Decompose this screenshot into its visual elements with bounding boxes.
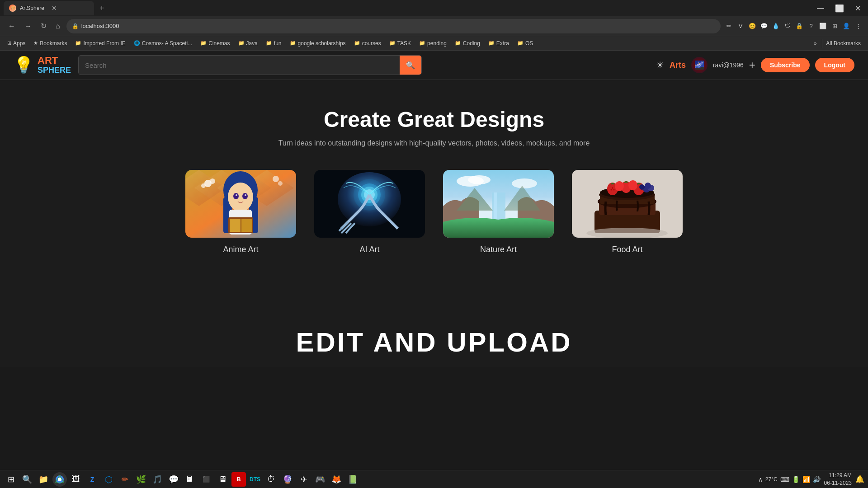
food-art-label: Food Art (612, 245, 642, 254)
svg-point-57 (58, 478, 61, 481)
profile-icon[interactable]: 👤 (842, 22, 851, 31)
subscribe-button[interactable]: Subscribe (761, 58, 810, 72)
system-clock[interactable]: 11:29 AM 06-11-2023 (824, 472, 852, 487)
bookmark-pending-label: pending (427, 40, 447, 47)
bookmark-java[interactable]: 📁 Java (235, 39, 261, 48)
bookmark-task[interactable]: 📁 TASK (386, 39, 415, 48)
maximize-button[interactable]: ⬜ (831, 3, 848, 14)
ext-shield-red[interactable]: 🛡 (783, 22, 792, 31)
ext-face[interactable]: 😊 (748, 22, 757, 31)
ext-pencil[interactable]: ✏ (724, 22, 733, 31)
all-bookmarks-link[interactable]: All Bookmarks (822, 39, 864, 48)
nature-art-card[interactable]: Nature Art (443, 170, 554, 254)
bookmark-fun[interactable]: 📁 fun (262, 39, 285, 48)
active-tab[interactable]: 🎨 ArtSphere ✕ (4, 1, 94, 15)
taskbar-terminal[interactable]: ⬛ (199, 472, 213, 487)
start-button[interactable]: ⊞ (4, 472, 18, 487)
taskbar-bravo[interactable]: B (231, 472, 246, 487)
taskbar-file-explorer[interactable]: 📁 (36, 472, 51, 487)
more-options[interactable]: ⋮ (854, 22, 863, 31)
ext-q[interactable]: ? (807, 22, 816, 31)
logout-button[interactable]: Logout (815, 58, 854, 72)
back-button[interactable]: ← (5, 20, 18, 32)
taskbar-headphones[interactable]: 🎵 (150, 472, 165, 487)
bookmark-cinemas[interactable]: 📁 Cinemas (197, 39, 233, 48)
home-button[interactable]: ⌂ (53, 20, 63, 32)
taskbar-notes[interactable]: 📗 (345, 472, 360, 487)
volume-icon[interactable]: 🔊 (813, 476, 821, 483)
theme-toggle-icon[interactable]: ☀ (656, 60, 664, 70)
search-input[interactable] (79, 61, 400, 69)
svg-point-48 (612, 188, 613, 189)
taskbar-discord[interactable]: 🎮 (313, 472, 327, 487)
bookmark-cosmos[interactable]: 🌐 Cosmos- A Spaceti... (130, 39, 196, 48)
taskbar-left: ⊞ 🔍 📁 🖼 Z ⬡ ✏ 🌿 🎵 💬 🖩 ⬛ 🖥 B DTS ⏱ 🔮 ✈ 🎮 … (4, 472, 360, 487)
ai-art-label: AI Art (359, 245, 379, 254)
bookmark-bookmarks-label: Bookmarks (40, 40, 67, 47)
add-button[interactable]: + (749, 59, 755, 71)
globe-icon: 🌐 (134, 40, 140, 46)
arts-nav-link[interactable]: Arts (670, 61, 686, 70)
taskbar-chrome[interactable] (52, 472, 67, 487)
taskbar-monitor[interactable]: 🖥 (215, 472, 230, 487)
nature-art-image (443, 170, 554, 238)
bookmark-apps[interactable]: ⊞ Apps (4, 39, 29, 48)
logo-area[interactable]: 💡 ART SPHERE (14, 55, 71, 75)
taskbar-vscode[interactable]: ⬡ (101, 472, 116, 487)
bookmark-pending[interactable]: 📁 pending (415, 39, 450, 48)
header-right: ☀ Arts 🌌 ravi@1996 + Subscribe Logout (656, 57, 854, 73)
bookmarks-more-btn[interactable]: » (811, 39, 820, 48)
search-button[interactable]: 🔍 (400, 56, 421, 75)
avatar: 🌌 (691, 57, 708, 73)
food-art-card[interactable]: Food Art (572, 170, 683, 254)
svg-point-50 (611, 189, 612, 191)
new-tab-button[interactable]: + (96, 2, 108, 15)
bookmark-extra[interactable]: 📁 Extra (485, 39, 513, 48)
taskbar-photos[interactable]: 🖼 (69, 472, 83, 487)
ext-layout[interactable]: ⊞ (830, 22, 839, 31)
forward-button[interactable]: → (22, 20, 34, 32)
bookmark-bookmarks[interactable]: ★ Bookmarks (30, 39, 71, 48)
close-button[interactable]: ✕ (851, 3, 864, 14)
svg-point-20 (273, 176, 279, 182)
bookmark-imported-ie[interactable]: 📁 Imported From IE (71, 39, 129, 48)
bookmark-scholarships-label: google scholarships (298, 40, 346, 47)
taskbar-dts[interactable]: DTS (248, 472, 262, 487)
taskbar-calc[interactable]: 🖩 (183, 472, 197, 487)
ext-green[interactable]: 🔒 (795, 22, 804, 31)
bookmark-os-label: OS (525, 40, 533, 47)
tray-up-arrow[interactable]: ∧ (758, 476, 763, 483)
taskbar-telegram[interactable]: ✈ (297, 472, 311, 487)
bookmark-extra-label: Extra (496, 40, 509, 47)
bookmark-courses[interactable]: 📁 courses (350, 39, 385, 48)
ext-box[interactable]: ⬜ (818, 22, 827, 31)
bookmark-cinemas-label: Cinemas (208, 40, 230, 47)
address-bar[interactable]: 🔒 localhost:3000 (66, 19, 721, 33)
bookmark-scholarships[interactable]: 📁 google scholarships (286, 39, 349, 48)
taskbar-zoom[interactable]: Z (85, 472, 99, 487)
bookmark-os[interactable]: 📁 OS (514, 39, 537, 48)
folder-icon-os: 📁 (517, 40, 524, 46)
taskbar-purple-app[interactable]: 🔮 (280, 472, 295, 487)
notification-bell[interactable]: 🔔 (855, 475, 864, 483)
refresh-button[interactable]: ↻ (38, 20, 49, 32)
ext-v[interactable]: V (736, 22, 745, 31)
taskbar-clock2[interactable]: ⏱ (264, 472, 278, 487)
ext-chat[interactable]: 💬 (760, 22, 769, 31)
taskbar: ⊞ 🔍 📁 🖼 Z ⬡ ✏ 🌿 🎵 💬 🖩 ⬛ 🖥 B DTS ⏱ 🔮 ✈ 🎮 … (0, 470, 868, 488)
bookmark-coding[interactable]: 📁 Coding (451, 39, 484, 48)
navigation-bar: ← → ↻ ⌂ 🔒 localhost:3000 ✏ V 😊 💬 💧 🛡 🔒 ?… (0, 16, 868, 36)
anime-art-card[interactable]: Anime Art (185, 170, 296, 254)
taskbar-firefox[interactable]: 🦊 (329, 472, 344, 487)
folder-icon-scholarships: 📁 (290, 40, 296, 46)
svg-rect-16 (241, 219, 252, 232)
lock-icon: 🔒 (72, 23, 79, 29)
taskbar-leaf[interactable]: 🌿 (134, 472, 148, 487)
taskbar-whatsapp[interactable]: 💬 (166, 472, 181, 487)
ext-drop[interactable]: 💧 (771, 22, 780, 31)
taskbar-search[interactable]: 🔍 (20, 472, 34, 487)
ai-art-card[interactable]: AI Art (314, 170, 425, 254)
minimize-button[interactable]: — (813, 3, 828, 14)
taskbar-pencil[interactable]: ✏ (118, 472, 132, 487)
tab-close-btn[interactable]: ✕ (52, 5, 57, 12)
